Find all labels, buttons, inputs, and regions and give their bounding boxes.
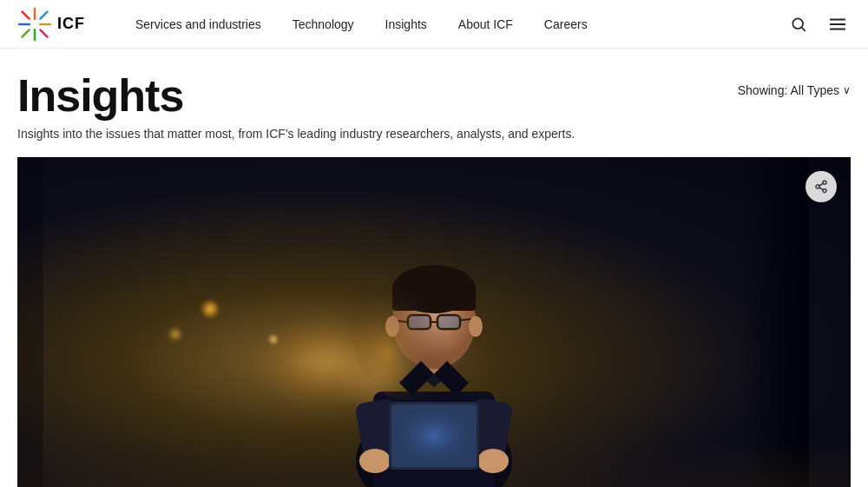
main-content: Insights Showing: All Types ∨ Insights i… [0,49,868,487]
nav-item-insights[interactable]: Insights [370,0,443,49]
svg-line-7 [23,30,30,36]
filter-dropdown[interactable]: Showing: All Types ∨ [738,73,851,97]
svg-line-40 [819,183,824,186]
main-nav: Services and industries Technology Insig… [120,0,786,49]
person-svg [260,166,608,487]
hero-image [17,157,851,487]
share-button[interactable] [806,171,837,202]
bg-light-1 [201,299,220,319]
svg-point-8 [792,18,803,29]
logo-text: ICF [57,15,85,33]
page-subtitle: Insights into the issues that matter mos… [17,125,851,143]
page-header: Insights Showing: All Types ∨ [17,73,851,118]
svg-point-18 [477,449,509,473]
nav-item-about[interactable]: About ICF [443,0,529,49]
svg-line-39 [819,188,824,190]
svg-line-9 [802,27,806,30]
nav-item-careers[interactable]: Careers [529,0,603,49]
header-icons [786,11,851,37]
menu-button[interactable] [825,11,851,37]
icf-logo-icon [17,7,52,42]
share-icon [814,180,828,194]
bg-light-3 [168,326,183,342]
hamburger-icon [828,15,847,34]
logo[interactable]: ICF [17,7,85,42]
filter-label: Showing: All Types [738,83,839,97]
page-title: Insights [17,73,183,118]
search-button[interactable] [786,12,811,36]
nav-item-technology[interactable]: Technology [277,0,370,49]
svg-line-4 [23,11,30,18]
site-header: ICF Services and industries Technology I… [0,0,868,49]
left-pillar [17,157,43,487]
right-pillar [740,157,809,487]
svg-point-34 [469,316,483,337]
search-icon [790,16,807,33]
hero-background [17,157,851,487]
svg-line-6 [41,11,48,18]
nav-item-services[interactable]: Services and industries [120,0,277,49]
chevron-down-icon: ∨ [843,84,851,96]
svg-point-17 [359,449,391,473]
svg-line-5 [41,30,48,36]
svg-rect-21 [391,405,477,467]
